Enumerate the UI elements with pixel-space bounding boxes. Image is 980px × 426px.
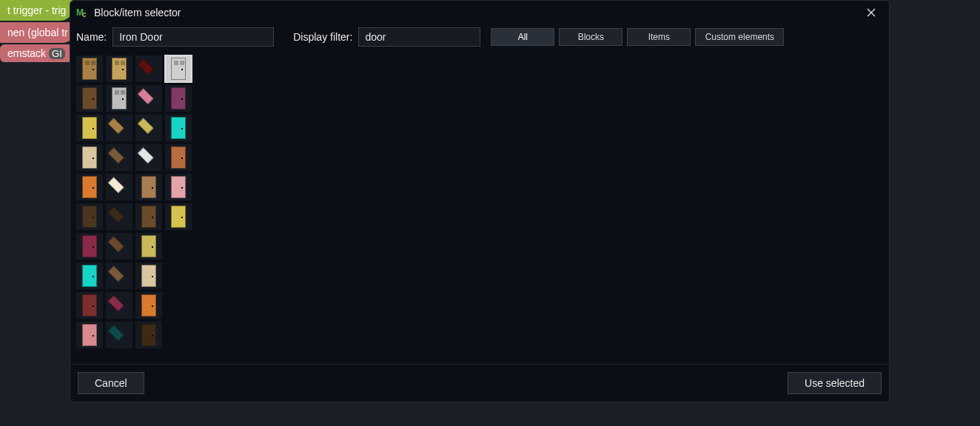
item-orange-door-2[interactable] [135, 292, 162, 319]
item-oak-door-lit[interactable] [106, 55, 132, 82]
item-birch-trapdoor[interactable] [106, 174, 132, 200]
item-warped-door[interactable] [165, 85, 192, 112]
item-crimson-trapdoor[interactable] [135, 55, 162, 82]
item-bamboo-trapdoor[interactable] [135, 115, 162, 141]
item-teal-trapdoor-2[interactable] [76, 263, 103, 289]
item-crimson-door[interactable] [76, 233, 103, 260]
app-logo-icon: Mc [76, 7, 88, 18]
item-yellow-door-2[interactable] [165, 203, 192, 230]
filter-button-group: All Blocks Items Custom elements [491, 28, 784, 46]
bg-itemstack-label: emstack [7, 47, 46, 59]
item-birch-door-2[interactable] [135, 263, 162, 289]
item-jungle-door[interactable] [135, 174, 162, 200]
use-selected-button[interactable]: Use selected [788, 372, 882, 394]
cancel-button[interactable]: Cancel [78, 372, 144, 394]
item-dark-door[interactable] [76, 203, 103, 230]
item-yellow-door[interactable] [76, 115, 103, 141]
bg-trigger-block: t trigger - trig [0, 0, 73, 21]
bg-itemstack-pill: GI [49, 48, 65, 59]
filter-label: Display filter: [293, 31, 352, 43]
item-oak-trapdoor[interactable] [106, 115, 132, 141]
name-input[interactable] [113, 27, 274, 47]
close-button[interactable] [861, 4, 882, 21]
item-pink-trapdoor[interactable] [135, 85, 162, 112]
svg-text:c: c [82, 10, 87, 18]
filter-input[interactable] [358, 27, 480, 47]
item-iron-door-2[interactable] [106, 85, 132, 112]
bg-itemstack-block: emstack GI [0, 44, 73, 62]
item-spruce-door[interactable] [76, 85, 103, 112]
dialog-footer: Cancel Use selected [70, 364, 889, 402]
editor-background: t trigger - trig nen (global tr emstack … [0, 0, 75, 62]
item-brown-trapdoor[interactable] [106, 144, 132, 171]
item-mangrove-door[interactable] [76, 292, 103, 319]
filter-all-button[interactable]: All [491, 28, 554, 46]
item-grid-container [70, 51, 889, 364]
item-iron-door[interactable] [165, 55, 192, 82]
item-orange-door[interactable] [76, 174, 103, 200]
dialog-title: Block/item selector [94, 7, 855, 18]
item-teal-door[interactable] [165, 115, 192, 141]
item-oak-door[interactable] [76, 55, 103, 82]
item-pink-check-door[interactable] [165, 174, 192, 200]
block-item-selector-dialog: Mc Block/item selector Name: Display fil… [70, 0, 890, 402]
filter-items-button[interactable]: Items [627, 28, 691, 46]
name-label: Name: [76, 31, 107, 43]
item-bamboo-door[interactable] [135, 233, 162, 260]
item-brown-trapdoor-2[interactable] [106, 263, 132, 289]
bg-global-block: nen (global tr [0, 22, 75, 43]
item-spruce-door-2[interactable] [135, 203, 162, 230]
item-darkoak-door[interactable] [135, 322, 162, 348]
item-cherry-door[interactable] [76, 322, 103, 348]
close-icon [867, 8, 876, 17]
item-grid [76, 55, 883, 348]
filter-custom-button[interactable]: Custom elements [695, 28, 784, 46]
item-spruce-trapdoor[interactable] [106, 233, 132, 260]
item-birch-item[interactable] [76, 144, 103, 171]
item-acacia-door[interactable] [165, 144, 192, 171]
item-dark-trapdoor[interactable] [106, 203, 132, 230]
dialog-titlebar: Mc Block/item selector [70, 1, 889, 26]
filter-blocks-button[interactable]: Blocks [559, 28, 622, 46]
dialog-controls-row: Name: Display filter: All Blocks Items C… [70, 26, 889, 51]
item-iron-trapdoor[interactable] [135, 144, 162, 171]
item-crimson-trapdoor-2[interactable] [106, 292, 132, 319]
item-tealdk-trapdoor[interactable] [106, 322, 132, 348]
